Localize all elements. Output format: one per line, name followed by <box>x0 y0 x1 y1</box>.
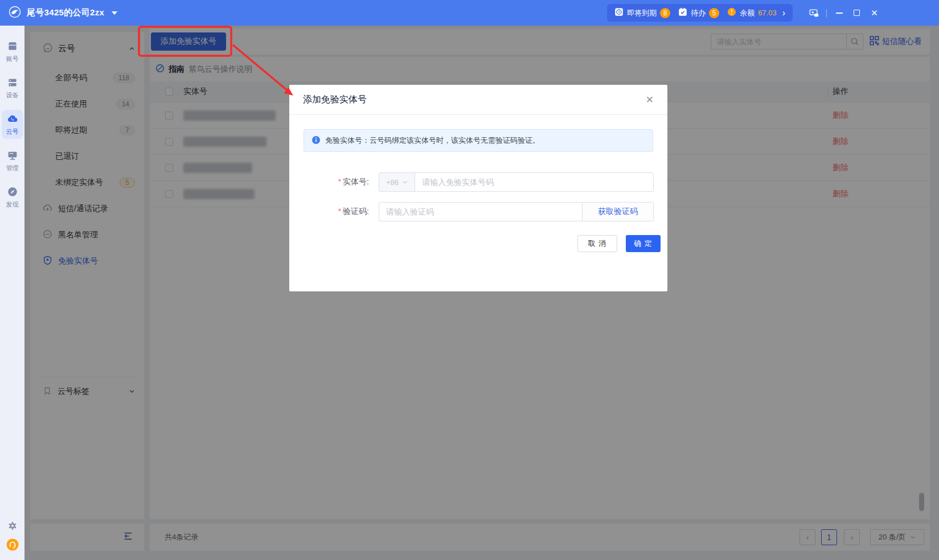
storefront-icon <box>7 40 18 53</box>
code-field-label: 验证码: <box>343 207 369 216</box>
balance-label: 余额 <box>740 8 755 18</box>
country-code-select[interactable]: +86 <box>379 173 415 191</box>
maximize-button[interactable] <box>848 5 866 22</box>
todo-status[interactable]: 待办 5 <box>678 7 719 18</box>
entity-input-group: +86 <box>379 172 654 192</box>
compass-icon <box>7 186 18 199</box>
expiring-status[interactable]: 即将到期 8 <box>614 7 670 18</box>
required-mark: * <box>338 177 341 186</box>
code-input-group: 获取验证码 <box>379 202 654 221</box>
close-button[interactable]: ✕ <box>866 5 883 22</box>
customer-service-icon[interactable] <box>6 538 19 553</box>
todo-calendar-icon <box>678 7 687 18</box>
balance-status[interactable]: 余额 67.03 › <box>727 7 785 18</box>
rail-item-account[interactable]: 账号 <box>2 37 23 66</box>
verification-code-row: *验证码: 获取验证码 <box>289 202 667 221</box>
screen-share-icon[interactable] <box>805 5 823 22</box>
chevron-right-icon: › <box>782 9 785 18</box>
modal-actions: 取 消 确 定 <box>289 235 667 252</box>
add-entity-modal: 添加免验实体号 ✕ 免验实体号：云号码绑定该实体号时，该实体号无需验证码验证。 … <box>289 85 667 291</box>
required-mark: * <box>338 207 341 216</box>
expiring-label: 即将到期 <box>627 8 657 18</box>
workspace-switcher[interactable]: 尾号3425的公司2zx <box>0 5 117 21</box>
app-logo-icon <box>8 5 22 21</box>
entity-number-row: *实体号: +86 <box>289 172 667 192</box>
title-bar: 尾号3425的公司2zx 即将到期 8 待办 5 <box>0 0 939 26</box>
modal-header: 添加免验实体号 ✕ <box>289 85 667 115</box>
cancel-button[interactable]: 取 消 <box>577 235 617 252</box>
minimize-button[interactable] <box>830 5 848 22</box>
left-rail: 账号 设备 云号 管理 发现 <box>0 26 24 560</box>
chevron-down-icon <box>402 179 408 185</box>
alert-text: 免验实体号：云号码绑定该实体号时，该实体号无需验证码验证。 <box>325 135 540 146</box>
entity-field-label: 实体号: <box>343 177 369 186</box>
status-pill: 即将到期 8 待办 5 余额 67.03 › <box>607 4 793 22</box>
balance-value: 67.03 <box>758 9 777 17</box>
info-icon <box>311 135 321 146</box>
rail-item-cloud-number[interactable]: 云号 <box>2 110 23 139</box>
todo-label: 待办 <box>691 8 706 18</box>
verification-code-input[interactable] <box>379 203 582 221</box>
rail-item-manage[interactable]: 管理 <box>2 146 23 175</box>
todo-count-badge: 5 <box>709 8 719 18</box>
caret-down-icon <box>112 11 117 15</box>
close-icon[interactable]: ✕ <box>646 94 654 106</box>
rail-item-devices[interactable]: 设备 <box>2 73 23 102</box>
company-name: 尾号3425的公司2zx <box>27 7 104 18</box>
entity-number-input[interactable] <box>415 173 653 191</box>
clock-icon <box>614 7 624 18</box>
exclamation-coin-icon <box>727 7 736 18</box>
expiring-count-badge: 8 <box>660 8 670 18</box>
rail-item-discover[interactable]: 发现 <box>2 183 23 212</box>
modal-title: 添加免验实体号 <box>303 94 367 106</box>
get-code-button[interactable]: 获取验证码 <box>582 203 653 221</box>
confirm-button[interactable]: 确 定 <box>626 235 661 252</box>
cloud-phone-icon <box>7 113 18 126</box>
divider <box>826 9 827 17</box>
info-alert: 免验实体号：云号码绑定该实体号时，该实体号无需验证码验证。 <box>304 129 653 152</box>
settings-gear-icon[interactable] <box>7 521 18 533</box>
modal-form: *实体号: +86 *验证码: 获取验证码 取 消 确 定 <box>289 172 667 252</box>
devices-icon <box>7 77 18 89</box>
monitor-icon <box>7 150 18 162</box>
